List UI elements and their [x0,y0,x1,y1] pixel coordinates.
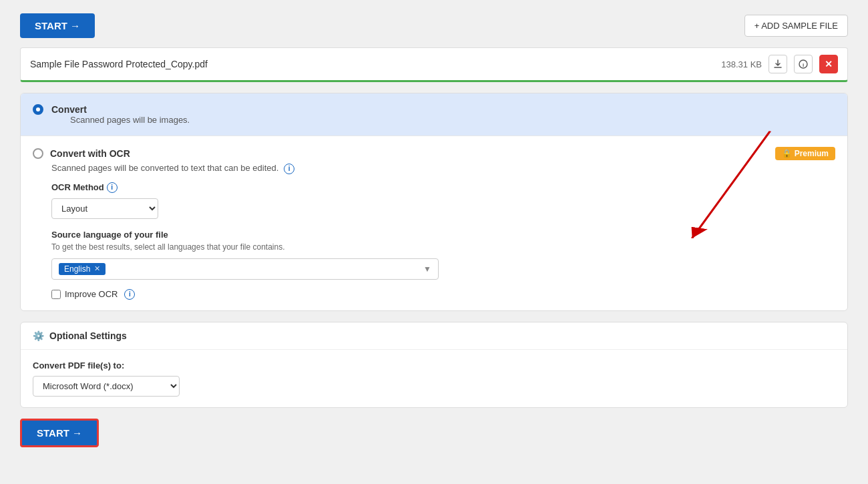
top-bar: START → + ADD SAMPLE FILE [20,13,848,38]
download-button[interactable] [769,55,787,73]
improve-ocr-label: Improve OCR [65,289,118,299]
source-lang-desc: To get the best results, select all lang… [51,242,835,252]
ocr-option: Convert with OCR 🔒 Premium Scanned pages… [21,136,847,310]
lang-tags-container: English ✕ [59,263,105,275]
ocr-method-label: OCR Method i [51,182,835,193]
start-button-bottom[interactable]: START → [20,419,99,447]
convert-to-label: Convert PDF file(s) to: [33,360,835,371]
lang-tag-label: English [64,264,90,274]
ocr-label: Convert with OCR [50,148,130,159]
svg-text:i: i [803,62,804,68]
improve-ocr-checkbox[interactable] [51,290,61,299]
ocr-option-header-left: Convert with OCR [33,148,130,159]
file-size: 138.31 KB [721,59,762,69]
add-sample-button[interactable]: + ADD SAMPLE FILE [744,15,848,37]
main-card: Convert Scanned pages will be images. Co… [20,93,848,311]
lang-tag-remove[interactable]: ✕ [94,264,100,273]
language-dropdown[interactable]: English ✕ ▼ [51,258,439,280]
ocr-info-icon[interactable]: i [284,164,294,174]
source-lang-label: Source language of your file [51,230,835,240]
lang-dropdown-chevron: ▼ [423,264,431,274]
info-button[interactable]: i [794,55,813,73]
improve-ocr-info-icon[interactable]: i [124,289,135,300]
file-bar: Sample File Password Protected_Copy.pdf … [20,47,848,82]
gear-icon: ⚙️ [33,330,44,341]
optional-settings-body: Convert PDF file(s) to: Microsoft Word (… [21,350,847,407]
optional-settings-label: Optional Settings [49,330,127,341]
improve-ocr-row: Improve OCR i [51,289,835,300]
optional-settings-header: ⚙️ Optional Settings [21,322,847,350]
ocr-method-info-icon[interactable]: i [107,182,118,193]
file-actions: 138.31 KB i ✕ [721,55,838,73]
file-name: Sample File Password Protected_Copy.pdf [30,59,208,69]
premium-badge: 🔒 Premium [775,147,835,160]
ocr-radio[interactable] [33,148,43,159]
convert-radio[interactable] [33,104,43,115]
ocr-subsection: OCR Method i Layout Flow Exact Source la… [51,182,835,300]
remove-file-button[interactable]: ✕ [819,55,838,73]
english-lang-tag: English ✕ [59,263,105,275]
main-options-wrapper: Convert Scanned pages will be images. Co… [20,93,848,311]
convert-option[interactable]: Convert Scanned pages will be images. [21,93,847,136]
ocr-description: Scanned pages will be converted to text … [51,163,835,174]
source-lang-section: Source language of your file To get the … [51,230,835,280]
ocr-option-header: Convert with OCR 🔒 Premium [33,147,835,160]
ocr-method-select[interactable]: Layout Flow Exact [51,198,158,219]
convert-description: Scanned pages will be images. [70,115,190,125]
convert-label: Convert [51,104,190,115]
convert-text: Convert Scanned pages will be images. [51,104,190,125]
convert-format-select[interactable]: Microsoft Word (*.docx) Microsoft Excel … [33,376,180,397]
optional-settings-card: ⚙️ Optional Settings Convert PDF file(s)… [20,322,848,408]
bottom-start-row: START → [20,419,848,447]
start-button-top[interactable]: START → [20,13,95,38]
